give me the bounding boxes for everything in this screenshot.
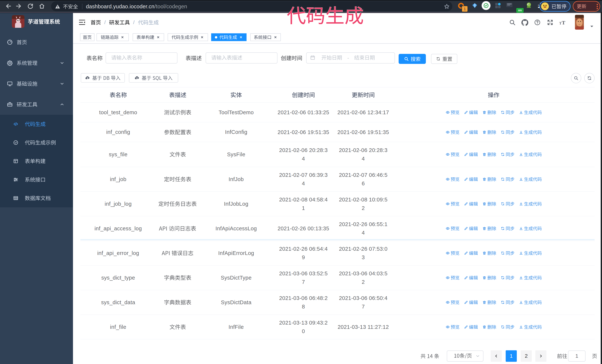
svg-text:T: T [562, 20, 565, 26]
svg-text:T: T [559, 21, 561, 25]
